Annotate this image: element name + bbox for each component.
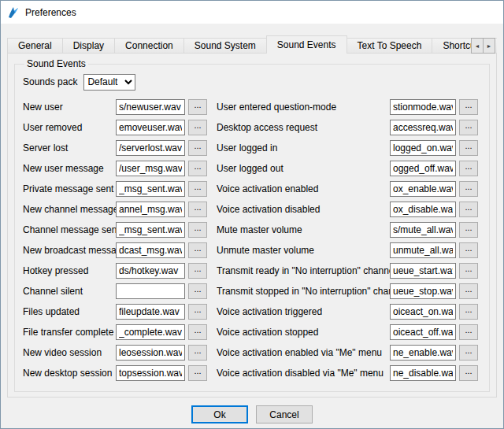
sound-event-label: New user [23,102,116,113]
browse-button[interactable]: ... [459,222,478,238]
browse-button[interactable]: ... [459,140,478,156]
sound-file-input[interactable] [390,120,456,135]
sound-event-label: Transmit ready in "No interruption" chan… [217,265,390,276]
sound-file-input[interactable] [390,283,456,299]
sound-event-row: Voice activation triggered... [217,304,478,320]
sound-file-input[interactable] [116,202,185,217]
browse-button[interactable]: ... [459,120,478,135]
tab-bar: GeneralDisplayConnectionSound SystemSoun… [7,35,497,54]
sound-file-input[interactable] [116,140,185,156]
sound-file-input[interactable] [390,99,456,115]
browse-button[interactable]: ... [459,365,478,381]
sound-events-left-column: New user...User removed...Server lost...… [23,99,207,381]
sound-file-input[interactable] [390,263,456,279]
browse-button[interactable]: ... [188,222,207,238]
sound-file-input[interactable] [116,304,185,320]
browse-button[interactable]: ... [188,365,207,381]
sound-event-row: Voice activation stopped... [217,324,478,340]
sound-event-label: New user message [23,163,116,174]
browse-button[interactable]: ... [459,304,478,320]
tab-sound-events[interactable]: Sound Events [266,35,347,54]
tab-text-to-speech[interactable]: Text To Speech [346,38,433,54]
sound-file-input[interactable] [390,161,456,176]
browse-button[interactable]: ... [188,304,207,320]
sound-event-row: User logged out... [217,161,478,176]
sound-event-row: File transfer complete... [23,324,207,340]
browse-button[interactable]: ... [459,99,478,115]
sound-file-input[interactable] [116,242,185,258]
sound-event-row: New desktop session... [23,365,207,381]
sound-file-input[interactable] [116,324,185,340]
tab-sound-system[interactable]: Sound System [183,38,267,54]
sound-file-input[interactable] [390,222,456,238]
sound-file-input[interactable] [116,263,185,279]
sounds-pack-row: Sounds pack Default [23,73,481,91]
sound-event-label: New broadcast message [23,245,116,256]
browse-button[interactable]: ... [188,140,207,156]
tab-display[interactable]: Display [62,38,115,54]
sound-event-row: New channel message... [23,202,207,217]
sound-file-input[interactable] [390,345,456,361]
browse-button[interactable]: ... [459,324,478,340]
sound-file-input[interactable] [116,283,185,299]
dialog-body: GeneralDisplayConnectionSound SystemSoun… [1,24,503,429]
sound-file-input[interactable] [390,242,456,258]
sound-event-label: Files updated [23,306,116,317]
ok-button[interactable]: Ok [191,405,248,423]
sound-event-columns: New user...User removed...Server lost...… [23,99,481,381]
sound-file-input[interactable] [116,365,185,381]
sound-file-input[interactable] [390,324,456,340]
browse-button[interactable]: ... [188,263,207,279]
browse-button[interactable]: ... [188,324,207,340]
sound-file-input[interactable] [390,202,456,217]
sound-event-row: New video session... [23,345,207,361]
browse-button[interactable]: ... [459,283,478,299]
sound-event-label: Mute master volume [217,224,390,235]
sound-file-input[interactable] [390,304,456,320]
browse-button[interactable]: ... [188,120,207,135]
browse-button[interactable]: ... [188,181,207,197]
sound-event-label: Desktop access request [217,122,390,133]
browse-button[interactable]: ... [188,202,207,217]
sound-event-label: Voice activation disabled [217,204,390,215]
sound-file-input[interactable] [116,161,185,176]
tab-connection[interactable]: Connection [114,38,184,54]
browse-button[interactable]: ... [188,242,207,258]
browse-button[interactable]: ... [459,202,478,217]
sound-event-label: New channel message [23,204,116,215]
tab-page-sound-events: Sound Events Sounds pack Default New use… [7,53,497,398]
browse-button[interactable]: ... [459,242,478,258]
sound-event-label: User entered question-mode [217,102,390,113]
sound-event-label: Server lost [23,142,116,153]
sound-file-input[interactable] [116,99,185,115]
sound-event-row: Files updated... [23,304,207,320]
sound-event-row: Voice activation disabled via "Me" menu.… [217,365,478,381]
sound-file-input[interactable] [116,222,185,238]
browse-button[interactable]: ... [459,263,478,279]
browse-button[interactable]: ... [459,345,478,361]
sound-event-row: Voice activation disabled... [217,202,478,217]
sound-event-row: New user message... [23,161,207,176]
sound-file-input[interactable] [116,345,185,361]
browse-button[interactable]: ... [459,161,478,176]
sounds-pack-select[interactable]: Default [83,74,135,91]
tab-general[interactable]: General [7,38,63,54]
sound-file-input[interactable] [116,120,185,135]
sound-event-label: New video session [23,347,116,358]
browse-button[interactable]: ... [188,283,207,299]
browse-button[interactable]: ... [188,99,207,115]
sound-file-input[interactable] [390,365,456,381]
browse-button[interactable]: ... [188,345,207,361]
app-icon [7,6,20,19]
sound-file-input[interactable] [116,181,185,197]
sound-file-input[interactable] [390,181,456,197]
browse-button[interactable]: ... [459,181,478,197]
tab-scroll-right-icon[interactable]: ► [483,38,495,54]
sound-event-label: New desktop session [23,368,116,379]
sound-event-row: Transmit ready in "No interruption" chan… [217,263,478,279]
cancel-button[interactable]: Cancel [256,405,313,423]
sound-event-label: User logged in [217,142,390,153]
tab-scroll-left-icon[interactable]: ◄ [471,38,484,54]
sound-file-input[interactable] [390,140,456,156]
browse-button[interactable]: ... [188,161,207,176]
